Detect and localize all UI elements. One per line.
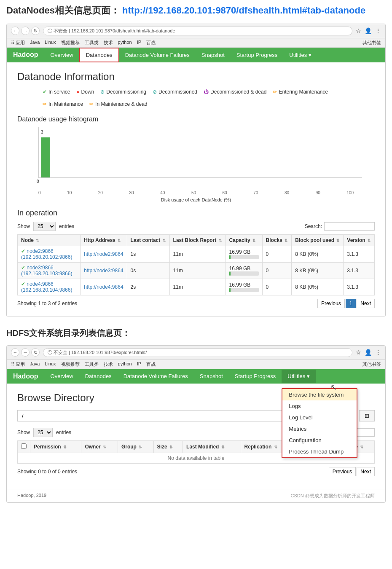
pagination-right-1: Previous 1 Next <box>317 299 375 308</box>
legend-row: ✔ In service ● Down ⊘ Decommissioning ⊘ … <box>43 89 375 107</box>
bm-java[interactable]: Java <box>30 40 40 46</box>
nav-vol-failures-2[interactable]: Datanode Volume Failures <box>118 370 194 383</box>
menu-configuration[interactable]: Configuration <box>282 435 357 446</box>
profile-icon[interactable]: 👤 <box>365 27 372 34</box>
address-bar-2[interactable]: ① 不安全 | 192.168.20.101:9870/explorer.htm… <box>43 348 352 357</box>
bm-ip[interactable]: IP <box>137 40 141 46</box>
bm-apps[interactable]: ⠿ 应用 <box>11 40 25 46</box>
bm2-tools[interactable]: 工具类 <box>85 361 99 368</box>
search-label: Search: <box>305 223 322 229</box>
show-select-2[interactable]: 25 <box>33 428 53 437</box>
menu-log-level[interactable]: Log Level <box>282 412 357 423</box>
nav-datanodes-2[interactable]: Datanodes <box>79 370 118 383</box>
nav-datanodes-1[interactable]: Datanodes <box>79 48 119 62</box>
page-1-btn[interactable]: 1 <box>346 299 356 308</box>
legend-in-service: ✔ In service <box>43 89 70 95</box>
wrench-icon-1: ✏ <box>273 89 277 95</box>
back-btn[interactable]: ← <box>11 27 19 35</box>
bm2-java[interactable]: Java <box>30 361 40 368</box>
th-permission: Permission ⇅ <box>30 440 81 453</box>
bookmarks-bar-1: ⠿ 应用 Java Linux 视频推荐 工具类 技术 python IP 百战… <box>7 38 385 48</box>
bm-other[interactable]: 其他书签 <box>362 40 381 46</box>
cell-7: 3.1.3 <box>344 279 375 295</box>
legend-in-maintenance: ✏ In Maintenance <box>43 101 83 107</box>
nav-startup-1[interactable]: Startup Progress <box>231 48 284 62</box>
cell-capacity: 16.99 GB <box>226 246 262 262</box>
cell-3: 11m <box>169 246 226 262</box>
menu-logs[interactable]: Logs <box>282 400 357 412</box>
nav-vol-failures-1[interactable]: Datanode Volume Failures <box>119 48 196 62</box>
th-version: Version ⇅ <box>344 234 375 246</box>
cell-2: 0s <box>127 262 169 279</box>
prev-btn-1[interactable]: Previous <box>317 299 345 308</box>
utilities-dropdown-menu: Browse the file system Logs Log Level Me… <box>282 388 357 458</box>
nav-icons: ← → ↻ <box>11 27 40 35</box>
star-icon-2[interactable]: ☆ <box>356 349 361 356</box>
nav-utilities-1[interactable]: Utilities ▾ <box>283 48 317 62</box>
search-area: Search: <box>305 222 375 231</box>
bm2-tech[interactable]: 技术 <box>104 361 113 368</box>
bm-tools[interactable]: 工具类 <box>85 40 99 46</box>
cell-6: 8 KB (0%) <box>292 262 344 279</box>
cell-5: 0 <box>262 262 292 279</box>
pagination-2: Showing 0 to 0 of 0 entries Previous Nex… <box>17 467 375 476</box>
th-group: Group ⇅ <box>118 440 153 453</box>
back-btn-2[interactable]: ← <box>11 348 19 357</box>
show-label-2: Show <box>17 429 30 435</box>
cell-http[interactable]: http://node2:9864 <box>81 246 127 262</box>
th-capacity: Capacity ⇅ <box>226 234 262 246</box>
nav-startup-2[interactable]: Startup Progress <box>229 370 282 383</box>
bm2-other[interactable]: 其他书签 <box>362 361 381 368</box>
nav-snapshot-1[interactable]: Snapshot <box>196 48 231 62</box>
bm-tech[interactable]: 技术 <box>104 40 113 46</box>
hadoop-brand-2: Hadoop <box>11 369 45 384</box>
bm2-battle[interactable]: 百战 <box>146 361 156 368</box>
bm-battle[interactable]: 百战 <box>146 40 156 46</box>
bm2-python[interactable]: python <box>118 361 132 368</box>
legend-down: ● Down <box>76 89 94 95</box>
bm2-linux[interactable]: Linux <box>45 361 56 368</box>
next-btn-1[interactable]: Next <box>357 299 375 308</box>
menu-process-thread[interactable]: Process Thread Dump <box>282 446 357 457</box>
forward-btn[interactable]: → <box>21 27 30 35</box>
select-all-checkbox[interactable] <box>21 443 27 449</box>
search-input-1[interactable] <box>324 222 375 231</box>
article-title: DataNodes相关信息页面： http://192.168.20.101:9… <box>0 0 392 19</box>
path-input[interactable] <box>17 410 296 421</box>
axis-title: Disk usage of each DataNode (%) <box>17 197 375 202</box>
bm2-video[interactable]: 视频推荐 <box>61 361 80 368</box>
prev-btn-2[interactable]: Previous <box>329 467 356 476</box>
next-btn-2[interactable]: Next <box>357 467 375 476</box>
nav-overview-1[interactable]: Overview <box>45 48 79 62</box>
utilities-dropdown-wrapper: Utilities ▾ Browse the file system Logs … <box>282 373 316 379</box>
bm2-apps[interactable]: ⠿ 应用 <box>11 361 25 368</box>
bookmarks-bar-2: ⠿ 应用 Java Linux 视频推荐 工具类 技术 python IP 百战… <box>7 360 385 369</box>
grid-icon-btn[interactable]: ⊞ <box>359 410 375 421</box>
datanode-table: Node ⇅ Http Address ⇅ Last contact ⇅ Las… <box>17 234 375 295</box>
refresh-btn-2[interactable]: ↻ <box>31 348 40 357</box>
cell-http[interactable]: http://node4:9864 <box>81 279 127 295</box>
address-bar-1[interactable]: ① 不安全 | 192.168.20.101:9870/dfshealth.ht… <box>43 27 352 35</box>
show-select[interactable]: 25 50 100 <box>33 222 56 231</box>
bm-python[interactable]: python <box>118 40 132 46</box>
profile-icon-2[interactable]: 👤 <box>365 349 372 356</box>
article-link[interactable]: http://192.168.20.101:9870/dfshealth.htm… <box>122 5 365 16</box>
bm2-ip[interactable]: IP <box>137 361 141 368</box>
star-icon[interactable]: ☆ <box>356 27 361 34</box>
forward-btn-2[interactable]: → <box>21 348 30 357</box>
entries-label: entries <box>59 223 74 229</box>
menu-browse-filesystem[interactable]: Browse the file system <box>282 389 357 400</box>
cell-capacity: 16.99 GB <box>226 279 262 295</box>
cell-3: 11m <box>169 279 226 295</box>
menu-metrics[interactable]: Metrics <box>282 423 357 435</box>
bm-linux[interactable]: Linux <box>45 40 56 46</box>
menu-icon[interactable]: ⋮ <box>375 27 381 34</box>
cell-http[interactable]: http://node3:9864 <box>81 262 127 279</box>
nav-overview-2[interactable]: Overview <box>45 370 79 383</box>
menu-icon-2[interactable]: ⋮ <box>375 349 381 356</box>
refresh-btn[interactable]: ↻ <box>31 27 40 35</box>
nav-snapshot-2[interactable]: Snapshot <box>194 370 229 383</box>
legend-decommissioned: ⊘ Decommissioned <box>153 89 197 95</box>
nav-utilities-2[interactable]: Utilities ▾ <box>282 370 316 383</box>
bm-video[interactable]: 视频推荐 <box>61 40 80 46</box>
